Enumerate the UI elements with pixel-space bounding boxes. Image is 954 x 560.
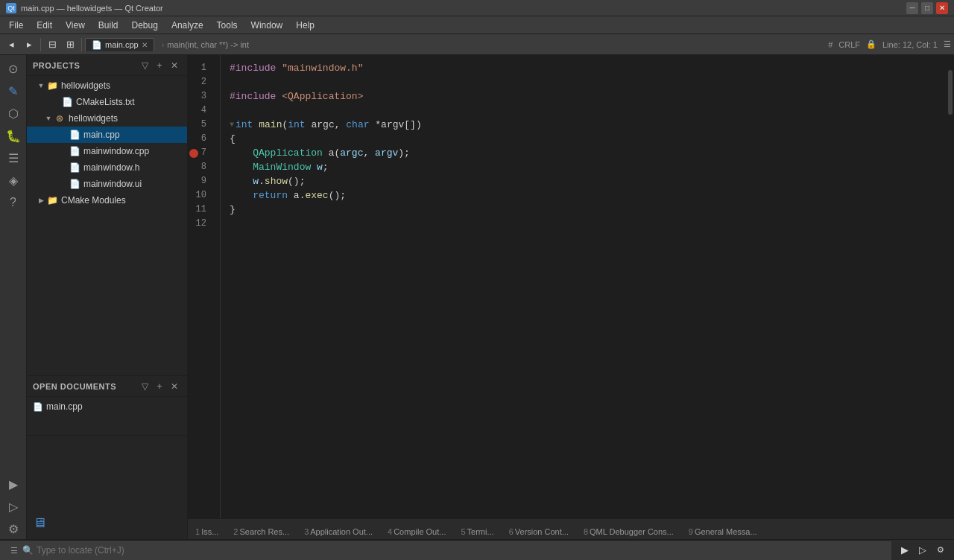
sidebar-icon-help[interactable]: ? bbox=[3, 192, 24, 213]
code-line-5: ▼int main(int argc, char *argv[]) bbox=[230, 118, 945, 132]
bottom-tab-compile[interactable]: 4Compile Out... bbox=[380, 524, 453, 539]
open-docs-header: Open Documents ▽ + ✕ bbox=[27, 376, 187, 397]
bottom-tab-vcs[interactable]: 6Version Cont... bbox=[502, 524, 576, 539]
menu-edit[interactable]: Edit bbox=[31, 19, 58, 32]
expand-arrow: ▼ bbox=[43, 115, 54, 122]
close-button[interactable]: ✕ bbox=[936, 2, 948, 14]
line-num-12: 12 bbox=[188, 217, 212, 231]
editor-scrollbar[interactable] bbox=[945, 55, 954, 518]
breakpoint-indicator bbox=[189, 149, 198, 158]
line-num-5: 5 bbox=[188, 118, 212, 132]
sidebar-icons: ⊙ ✎ ⬡ 🐛 ☰ ◈ ? ▶ ▷ ⚙ bbox=[0, 55, 27, 539]
panel-filter-btn[interactable]: ▽ bbox=[138, 59, 151, 72]
tree-item-hellowidgets-folder[interactable]: ▼ ⊛ hellowidgets bbox=[27, 110, 187, 127]
split-button[interactable]: ⊟ bbox=[44, 36, 60, 53]
toolbar-sep-2 bbox=[81, 38, 82, 51]
sidebar-icon-debug[interactable]: 🐛 bbox=[3, 125, 24, 146]
close-tab-button[interactable]: ✕ bbox=[142, 41, 148, 49]
tree-item-mainwindow-ui[interactable]: 📄 mainwindow.ui bbox=[27, 176, 187, 192]
breadcrumb-function[interactable]: main(int, char **) -> int bbox=[167, 40, 249, 49]
code-line-12 bbox=[230, 217, 945, 231]
line-ending-info[interactable]: CRLF bbox=[838, 40, 860, 49]
locate-input[interactable] bbox=[37, 545, 885, 556]
new-window-button[interactable]: ⊞ bbox=[62, 36, 78, 53]
tree-item-main-cpp[interactable]: 📄 main.cpp bbox=[27, 127, 187, 143]
code-line-1: #include "mainwindow.h" bbox=[230, 61, 945, 75]
panel-add-btn[interactable]: + bbox=[153, 59, 166, 72]
panel-close-btn[interactable]: ✕ bbox=[168, 59, 181, 72]
open-docs-add-btn[interactable]: + bbox=[153, 380, 166, 393]
bottom-tab-issues[interactable]: 1Iss... bbox=[188, 524, 226, 539]
title-bar-controls[interactable]: ─ □ ✕ bbox=[906, 2, 948, 14]
line-num-11: 11 bbox=[188, 203, 212, 217]
expand-arrow: ▶ bbox=[36, 197, 46, 204]
menu-analyze[interactable]: Analyze bbox=[165, 19, 209, 32]
open-docs-close-btn[interactable]: ✕ bbox=[168, 380, 181, 393]
tree-item-mainwindow-h[interactable]: 📄 mainwindow.h bbox=[27, 159, 187, 176]
line-num-2: 2 bbox=[188, 75, 212, 89]
open-docs-filter-btn[interactable]: ▽ bbox=[138, 380, 151, 393]
main-layout: ⊙ ✎ ⬡ 🐛 ☰ ◈ ? ▶ ▷ ⚙ Projects ▽ + ✕ ▼ 📁 h… bbox=[0, 55, 954, 539]
bottom-tab-terminal[interactable]: 5Termi... bbox=[453, 524, 501, 539]
line-num-1: 1 bbox=[188, 61, 212, 75]
projects-panel-header: Projects ▽ + ✕ bbox=[27, 55, 187, 76]
code-content[interactable]: #include "mainwindow.h" #include <QAppli… bbox=[221, 55, 945, 518]
minimize-button[interactable]: ─ bbox=[906, 2, 918, 14]
run-button[interactable]: ▶ bbox=[897, 543, 912, 558]
breadcrumb-area: › main(int, char **) -> int bbox=[162, 40, 827, 49]
cpp-file-icon: 📄 bbox=[69, 130, 80, 140]
sidebar-icon-build[interactable]: ▶ bbox=[3, 474, 24, 494]
bottom-tabs: 1Iss... 2Search Res... 3Application Out.… bbox=[188, 518, 954, 539]
menu-build[interactable]: Build bbox=[92, 19, 124, 32]
editor-tab-main-cpp[interactable]: 📄 main.cpp ✕ bbox=[85, 38, 154, 51]
editor-tab-label: main.cpp bbox=[105, 40, 139, 49]
menu-file[interactable]: File bbox=[3, 19, 29, 32]
menu-debug[interactable]: Debug bbox=[126, 19, 164, 32]
debug-button[interactable]: ▷ bbox=[915, 543, 930, 558]
editor-info: # CRLF 🔒 Line: 12, Col: 1 ☰ bbox=[828, 39, 951, 49]
line-num-6: 6 bbox=[188, 132, 212, 146]
panel-toggle[interactable]: ☰ bbox=[944, 39, 951, 49]
maximize-button[interactable]: □ bbox=[921, 2, 933, 14]
sidebar-icon-debug-run[interactable]: ▷ bbox=[3, 496, 24, 517]
tree-item-hellowidgets-root[interactable]: ▼ 📁 hellowidgets bbox=[27, 77, 187, 94]
tree-item-label: CMake Modules bbox=[61, 195, 126, 206]
toolbar: ◂ ▸ ⊟ ⊞ 📄 main.cpp ✕ › main(int, char **… bbox=[0, 34, 954, 55]
locate-settings-btn[interactable]: ☰ bbox=[6, 542, 22, 559]
encoding-info: # bbox=[828, 40, 833, 49]
tree-item-mainwindow-cpp[interactable]: 📄 mainwindow.cpp bbox=[27, 143, 187, 159]
code-line-6: { bbox=[230, 132, 945, 146]
tree-item-label: main.cpp bbox=[83, 130, 120, 140]
menu-view[interactable]: View bbox=[60, 19, 91, 32]
bottom-tab-general[interactable]: 9General Messa... bbox=[681, 524, 765, 539]
tree-item-cmake-modules[interactable]: ▶ 📁 CMake Modules bbox=[27, 192, 187, 209]
doc-icon: 📄 bbox=[33, 402, 43, 412]
sidebar-icon-projects[interactable]: ☰ bbox=[3, 147, 24, 168]
txt-file-icon: 📄 bbox=[61, 97, 73, 107]
tree-item-cmakelists[interactable]: 📄 CMakeLists.txt bbox=[27, 94, 187, 110]
tree-item-label: mainwindow.h bbox=[83, 162, 139, 173]
sidebar-icon-edit[interactable]: ✎ bbox=[3, 80, 24, 101]
tree-item-label: hellowidgets bbox=[69, 113, 118, 124]
code-editor: 1 2 3 4 5 6 7 8 9 10 11 12 #include "mai… bbox=[188, 55, 954, 518]
bottom-tab-search[interactable]: 2Search Res... bbox=[226, 524, 297, 539]
title-bar-left: Qt main.cpp — hellowidgets — Qt Creator bbox=[6, 3, 163, 13]
line-num-7: 7 bbox=[188, 146, 212, 160]
bottom-tab-appout[interactable]: 3Application Out... bbox=[297, 524, 380, 539]
settings-bottom-btn[interactable]: ⚙ bbox=[933, 543, 948, 558]
scrollbar-thumb[interactable] bbox=[948, 70, 953, 115]
menu-tools[interactable]: Tools bbox=[211, 19, 244, 32]
back-button[interactable]: ◂ bbox=[3, 36, 19, 53]
sidebar-icon-kit[interactable]: ⚙ bbox=[3, 518, 24, 539]
file-tree: ▼ 📁 hellowidgets 📄 CMakeLists.txt ▼ ⊛ he… bbox=[27, 76, 187, 375]
menu-help[interactable]: Help bbox=[290, 19, 320, 32]
position-info[interactable]: Line: 12, Col: 1 bbox=[882, 40, 938, 49]
open-doc-main-cpp[interactable]: 📄 main.cpp bbox=[27, 398, 187, 415]
sidebar-icon-analyze[interactable]: ◈ bbox=[3, 170, 24, 191]
sidebar-icon-design[interactable]: ⬡ bbox=[3, 103, 24, 124]
bottom-tab-qml-debug[interactable]: 8QML Debugger Cons... bbox=[576, 524, 681, 539]
menu-window[interactable]: Window bbox=[245, 19, 289, 32]
sidebar-icon-welcome[interactable]: ⊙ bbox=[3, 58, 24, 79]
code-line-10: return a.exec(); bbox=[230, 188, 945, 203]
forward-button[interactable]: ▸ bbox=[21, 36, 37, 53]
